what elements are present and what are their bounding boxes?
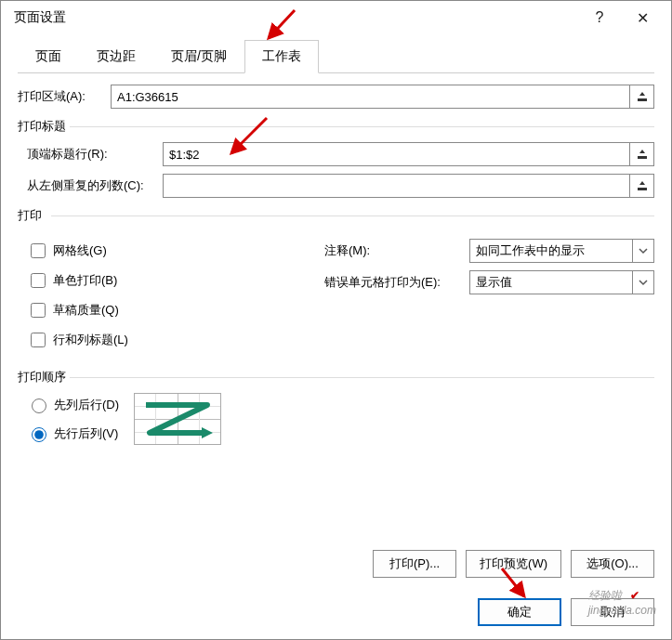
top-rows-input[interactable] <box>163 142 630 166</box>
print-area-collapse-button[interactable] <box>630 85 654 109</box>
errors-dropdown-button[interactable] <box>632 270 654 294</box>
cancel-button[interactable]: 取消 <box>571 598 654 626</box>
top-rows-label: 顶端标题行(R): <box>27 146 163 163</box>
chevron-down-icon <box>639 246 648 255</box>
draft-checkbox[interactable]: 草稿质量(Q) <box>27 300 306 320</box>
titlebar: 页面设置 ? ✕ <box>1 1 671 34</box>
ok-button[interactable]: 确定 <box>478 598 561 626</box>
tab-strip: 页面 页边距 页眉/页脚 工作表 <box>18 40 654 73</box>
left-cols-input[interactable] <box>163 174 630 198</box>
close-button[interactable]: ✕ <box>621 1 664 34</box>
page-setup-dialog: 页面设置 ? ✕ 页面 页边距 页眉/页脚 工作表 打印区域(A): <box>0 0 672 640</box>
print-titles-group-label: 打印标题 <box>18 118 654 135</box>
tab-margins[interactable]: 页边距 <box>79 40 153 73</box>
help-button[interactable]: ? <box>578 1 621 34</box>
black-white-checkbox[interactable]: 单色打印(B) <box>27 270 306 291</box>
collapse-dialog-icon <box>636 179 649 192</box>
order-group-label: 打印顺序 <box>18 369 654 385</box>
comments-label: 注释(M): <box>324 242 469 259</box>
print-button[interactable]: 打印(P)... <box>373 550 456 578</box>
print-preview-button[interactable]: 打印预览(W) <box>466 550 561 578</box>
order-preview-image <box>134 393 221 445</box>
print-group-label: 打印 <box>18 207 654 224</box>
print-area-input[interactable] <box>111 85 630 109</box>
collapse-dialog-icon <box>636 148 649 161</box>
order-down-over-radio[interactable]: 先列后行(D) <box>27 396 119 413</box>
svg-rect-4 <box>638 188 647 190</box>
print-area-label: 打印区域(A): <box>18 88 111 105</box>
left-cols-collapse-button[interactable] <box>630 174 654 198</box>
comments-dropdown-button[interactable] <box>632 239 654 263</box>
tab-page[interactable]: 页面 <box>18 40 79 73</box>
top-rows-collapse-button[interactable] <box>630 142 654 166</box>
dialog-title: 页面设置 <box>14 9 66 26</box>
svg-rect-3 <box>638 156 647 159</box>
gridlines-checkbox[interactable]: 网格线(G) <box>27 241 306 261</box>
tab-header-footer[interactable]: 页眉/页脚 <box>153 40 244 73</box>
order-over-down-radio[interactable]: 先行后列(V) <box>27 424 119 442</box>
tab-sheet[interactable]: 工作表 <box>244 40 319 73</box>
row-col-headings-checkbox[interactable]: 行和列标题(L) <box>27 330 306 350</box>
comments-select[interactable]: 如同工作表中的显示 <box>469 239 632 263</box>
errors-label: 错误单元格打印为(E): <box>324 274 469 291</box>
errors-select[interactable]: 显示值 <box>469 270 632 294</box>
collapse-dialog-icon <box>636 90 649 103</box>
svg-rect-1 <box>638 98 647 101</box>
left-cols-label: 从左侧重复的列数(C): <box>27 177 163 194</box>
options-button[interactable]: 选项(O)... <box>571 550 654 578</box>
chevron-down-icon <box>639 278 648 287</box>
